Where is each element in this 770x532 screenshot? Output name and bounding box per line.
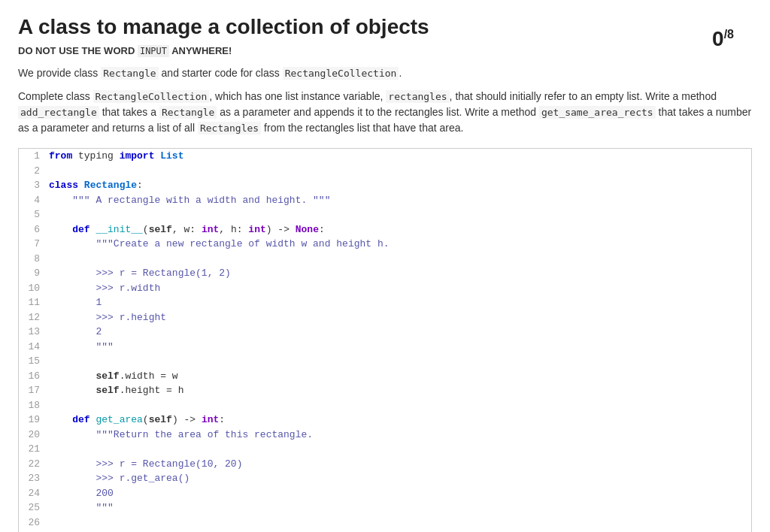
table-row: 24 200	[19, 486, 751, 501]
code-content	[46, 398, 751, 413]
code-content: 200	[46, 486, 751, 501]
table-row: 4 """ A rectangle with a width and heigh…	[19, 193, 751, 208]
line-number: 4	[19, 193, 46, 208]
table-row: 5	[19, 207, 751, 222]
table-row: 17 self.height = h	[19, 383, 751, 398]
line-number: 3	[19, 178, 46, 193]
table-row: 15	[19, 354, 751, 369]
line-number: 16	[19, 369, 46, 384]
table-row: 11 1	[19, 295, 751, 310]
table-row: 1 from typing import List	[19, 149, 751, 164]
line-number: 25	[19, 500, 46, 515]
code-content: """	[46, 500, 751, 515]
code-content	[46, 207, 751, 222]
warning-message: DO NOT USE THE WORD input ANYWHERE!	[18, 45, 752, 56]
code-content	[46, 354, 751, 369]
code-content: self.width = w	[46, 369, 751, 384]
table-row: 7 """Create a new rectangle of width w a…	[19, 237, 751, 252]
table-row: 14 """	[19, 340, 751, 355]
code-content: >>> r.width	[46, 281, 751, 296]
line-number: 9	[19, 266, 46, 281]
table-row: 3 class Rectangle:	[19, 178, 751, 193]
code-content	[46, 252, 751, 267]
table-row: 21	[19, 442, 751, 457]
line-number: 5	[19, 207, 46, 222]
line-number: 1	[19, 149, 46, 164]
score-display: 0/8	[712, 27, 734, 51]
line-number: 24	[19, 486, 46, 501]
table-row: 10 >>> r.width	[19, 281, 751, 296]
line-number: 7	[19, 237, 46, 252]
line-number: 13	[19, 325, 46, 340]
table-row: 19 def get_area(self) -> int:	[19, 413, 751, 428]
line-number: 19	[19, 413, 46, 428]
line-number: 18	[19, 398, 46, 413]
code-content: """Return the area of this rectangle.	[46, 428, 751, 443]
page-title: A class to manage a collection of object…	[18, 15, 752, 39]
table-row: 22 >>> r = Rectangle(10, 20)	[19, 457, 751, 472]
code-content: 1	[46, 295, 751, 310]
table-row: 18	[19, 398, 751, 413]
code-table: 1 from typing import List 2 3 class Rect…	[19, 149, 751, 532]
code-editor[interactable]: 1 from typing import List 2 3 class Rect…	[18, 148, 752, 532]
table-row: 26	[19, 515, 751, 530]
line-number: 6	[19, 222, 46, 237]
code-content: """	[46, 340, 751, 355]
table-row: 2	[19, 164, 751, 179]
code-content	[46, 515, 751, 530]
line-number: 12	[19, 310, 46, 325]
table-row: 16 self.width = w	[19, 369, 751, 384]
line-number: 21	[19, 442, 46, 457]
table-row: 25 """	[19, 500, 751, 515]
code-content: from typing import List	[46, 149, 751, 164]
line-number: 11	[19, 295, 46, 310]
line-number: 2	[19, 164, 46, 179]
line-number: 10	[19, 281, 46, 296]
line-number: 23	[19, 471, 46, 486]
line-number: 17	[19, 383, 46, 398]
code-content: self.height = h	[46, 383, 751, 398]
table-row: 6 def __init__(self, w: int, h: int) -> …	[19, 222, 751, 237]
code-content: """Create a new rectangle of width w and…	[46, 237, 751, 252]
code-content	[46, 442, 751, 457]
line-number: 14	[19, 340, 46, 355]
table-row: 9 >>> r = Rectangle(1, 2)	[19, 266, 751, 281]
code-content: >>> r = Rectangle(1, 2)	[46, 266, 751, 281]
table-row: 13 2	[19, 325, 751, 340]
code-content: class Rectangle:	[46, 178, 751, 193]
description-2: Complete class RectangleCollection, whic…	[18, 89, 752, 136]
table-row: 20 """Return the area of this rectangle.	[19, 428, 751, 443]
code-content	[46, 164, 751, 179]
line-number: 15	[19, 354, 46, 369]
line-number: 8	[19, 252, 46, 267]
line-number: 22	[19, 457, 46, 472]
table-row: 8	[19, 252, 751, 267]
code-content: 2	[46, 325, 751, 340]
code-content: >>> r.height	[46, 310, 751, 325]
description-1: We provide class Rectangle and starter c…	[18, 65, 752, 81]
code-content: """ A rectangle with a width and height.…	[46, 193, 751, 208]
table-row: 12 >>> r.height	[19, 310, 751, 325]
line-number: 20	[19, 428, 46, 443]
line-number: 26	[19, 515, 46, 530]
code-content: def __init__(self, w: int, h: int) -> No…	[46, 222, 751, 237]
table-row: 23 >>> r.get_area()	[19, 471, 751, 486]
code-content: >>> r = Rectangle(10, 20)	[46, 457, 751, 472]
code-content: def get_area(self) -> int:	[46, 413, 751, 428]
code-content: >>> r.get_area()	[46, 471, 751, 486]
